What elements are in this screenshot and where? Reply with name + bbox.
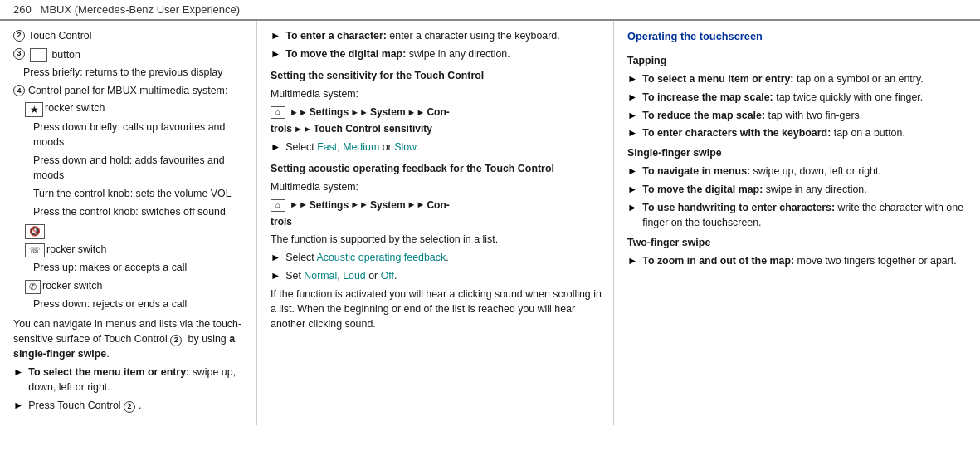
move-digital-map-arrow-1: ► To move the digital map: swipe in any … xyxy=(271,47,602,62)
reduce-map-text: To reduce the map scale: tap with two fi… xyxy=(642,109,968,124)
page-header: 260 MBUX (Mercedes-Benz User Experience) xyxy=(0,0,980,21)
page-number: 260 xyxy=(13,3,32,16)
nav-trols-2: trols xyxy=(271,215,292,229)
sensitivity-heading: Setting the sensitivity for the Touch Co… xyxy=(271,69,602,84)
press-up-text: Press up: makes or accepts a call xyxy=(13,261,245,276)
reduce-map-arrow: ► To reduce the map scale: tap with two … xyxy=(627,109,968,124)
press-knob-text: Press the control knob: switches off sou… xyxy=(13,205,245,220)
nav-system-2: System xyxy=(370,199,406,213)
touch-control-text: Touch Control xyxy=(28,29,91,44)
nav-house-icon-1: ⌂ xyxy=(271,106,285,119)
control-panel-row: 4 Control panel for MBUX multimedia syst… xyxy=(13,84,245,99)
press-briefly-text: Press briefly: returns to the previous d… xyxy=(13,66,245,81)
sensitivity-nav-row-2: trols ►► Touch Control sensitivity xyxy=(271,122,602,136)
arrow-icon-r7: ► xyxy=(627,201,637,216)
star-rocker-row: ★ rocker switch xyxy=(13,101,245,118)
phone-rocker-row: ☏ rocker switch xyxy=(13,243,245,258)
function-supported-text: The function is supported by the selecti… xyxy=(271,233,602,248)
tapping-heading: Tapping xyxy=(627,54,968,69)
set-normal-arrow: ► Set Normal, Loud or Off. xyxy=(271,269,602,284)
col-right: Operating the touchscreen Tapping ► To s… xyxy=(614,21,980,425)
two-finger-swipe-heading: Two-finger swipe xyxy=(627,236,968,251)
nav-settings-1: Settings xyxy=(310,105,349,120)
arrow-icon-7: ► xyxy=(271,269,280,284)
sensitivity-multimedia-sub: Multimedia system: xyxy=(271,87,602,102)
select-acoustic-text: Select Acoustic operating feedback. xyxy=(285,251,602,266)
arrow-icon-2: ► xyxy=(13,399,23,414)
end-call-rocker-row: ✆ rocker switch xyxy=(13,279,245,295)
arrow-icon-r6: ► xyxy=(627,183,637,198)
select-fast-text: Select Fast, Medium or Slow. xyxy=(285,140,602,155)
move-digital-map-text-2: To move the digital map: swipe in any di… xyxy=(642,183,968,198)
press-down-briefly-text: Press down briefly: calls up favourites … xyxy=(13,120,245,150)
acoustic-multimedia-sub: Multimedia system: xyxy=(271,180,602,195)
mute-icon: 🔇 xyxy=(25,224,45,238)
increase-map-arrow: ► To increase the map scale: tap twice q… xyxy=(627,91,968,105)
select-menu-item-text-r: To select a menu item or entry: tap on a… xyxy=(642,72,968,87)
navigate-menus-text: To navigate in menus: swipe up, down, le… xyxy=(642,164,968,179)
clicking-sound-note: If the function is activated you will he… xyxy=(271,287,602,332)
arrow-icon-r1: ► xyxy=(627,72,637,87)
col-left: 2 Touch Control 3 ― button Press briefly… xyxy=(0,21,257,425)
single-finger-swipe-heading: Single-finger swipe xyxy=(627,146,968,161)
rocker-switch-label-3: rocker switch xyxy=(42,279,102,294)
sensitivity-nav-row: ⌂ ►► Settings ►► System ►► Con‑ xyxy=(271,105,602,120)
move-digital-map-arrow-2: ► To move the digital map: swipe in any … xyxy=(627,183,968,198)
arrow-icon-1: ► xyxy=(13,365,23,380)
nav-system-1: System xyxy=(370,105,406,120)
mute-icon-row: 🔇 xyxy=(13,223,245,239)
move-digital-map-text-1: To move the digital map: swipe in any di… xyxy=(285,47,602,62)
press-down-text: Press down: rejects or ends a call xyxy=(13,297,245,312)
acoustic-nav-row: ⌂ ►► Settings ►► System ►► Con‑ xyxy=(271,199,602,213)
press-touch-control-arrow: ► Press Touch Control 2. xyxy=(13,399,245,414)
content-area: 2 Touch Control 3 ― button Press briefly… xyxy=(0,21,980,425)
nav-settings-2: Settings xyxy=(310,199,349,213)
arrow-icon-r8: ► xyxy=(627,254,637,269)
button-icon: ― button xyxy=(28,47,80,63)
circle-2b: 2 xyxy=(170,335,182,346)
arrow-icon-r5: ► xyxy=(627,164,637,179)
enter-chars-keyboard-text: To enter characters with the keyboard: t… xyxy=(642,126,968,141)
end-call-icon: ✆ xyxy=(25,280,41,294)
arrow-icon-5: ► xyxy=(271,140,280,155)
arrow-icon-6: ► xyxy=(271,251,280,266)
operating-touchscreen-heading: Operating the touchscreen xyxy=(627,29,968,47)
acoustic-heading: Setting acoustic operating feedback for … xyxy=(271,162,602,177)
circle-2: 2 xyxy=(13,30,25,42)
nav-arrow-1: ►► xyxy=(290,106,308,120)
phone-icon: ☏ xyxy=(25,243,45,257)
press-down-hold-text: Press down and hold: adds favourites and… xyxy=(13,154,245,184)
nav-touch-sensitivity: Touch Control sensitivity xyxy=(314,122,432,136)
press-touch-control-text: Press Touch Control 2. xyxy=(28,399,245,414)
enter-character-text: To enter a character: enter a character … xyxy=(285,29,602,44)
acoustic-nav-row-2: trols xyxy=(271,215,602,229)
arrow-icon-4: ► xyxy=(271,47,280,62)
nav-house-icon-2: ⌂ xyxy=(271,199,285,212)
use-handwriting-text: To use handwriting to enter characters: … xyxy=(642,201,968,231)
arrow-icon-3: ► xyxy=(271,29,280,44)
nav-trols-1: trols xyxy=(271,122,292,136)
zoom-map-text: To zoom in and out of the map: move two … xyxy=(642,254,968,269)
navigate-menus-arrow: ► To navigate in menus: swipe up, down, … xyxy=(627,164,968,179)
enter-chars-keyboard-arrow: ► To enter characters with the keyboard:… xyxy=(627,126,968,141)
select-menu-item-arrow: ► To select the menu item or entry: swip… xyxy=(13,365,245,395)
enter-character-arrow: ► To enter a character: enter a characte… xyxy=(271,29,602,44)
control-panel-text: Control panel for MBUX multimedia system… xyxy=(28,84,227,99)
use-handwriting-arrow: ► To use handwriting to enter characters… xyxy=(627,201,968,231)
button-row: 3 ― button xyxy=(13,47,245,63)
arrow-icon-r2: ► xyxy=(627,91,637,105)
page-title: MBUX (Mercedes-Benz User Experience) xyxy=(41,3,241,16)
touch-control-label: 2 Touch Control xyxy=(13,29,245,44)
turn-knob-text: Turn the control knob: sets the volume V… xyxy=(13,187,245,202)
arrow-icon-r4: ► xyxy=(627,126,637,141)
dash-icon: ― xyxy=(30,48,47,62)
select-fast-arrow: ► Select Fast, Medium or Slow. xyxy=(271,140,602,155)
set-normal-text: Set Normal, Loud or Off. xyxy=(285,269,602,284)
rocker-switch-label-1: rocker switch xyxy=(45,101,105,116)
single-finger-bold: a single-finger swipe xyxy=(13,333,235,360)
circle-3: 3 xyxy=(13,48,25,60)
circle-4: 4 xyxy=(13,85,25,96)
arrow-icon-r3: ► xyxy=(627,109,637,124)
zoom-map-arrow: ► To zoom in and out of the map: move tw… xyxy=(627,254,968,269)
circle-2c: 2 xyxy=(124,401,135,413)
